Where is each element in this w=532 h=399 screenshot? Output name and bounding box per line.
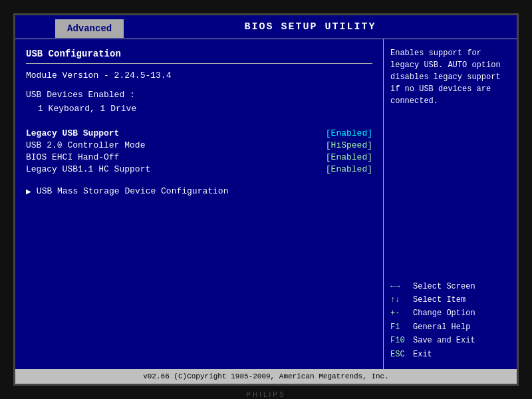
keybindings: ←→ Select Screen ↑↓ Select Item +- Chang… <box>390 280 510 361</box>
bios-screen: Advanced BIOS SETUP UTILITY USB Configur… <box>13 13 519 386</box>
bios-title: BIOS SETUP UTILITY <box>124 21 517 33</box>
config-value-0: [Enabled] <box>326 128 372 138</box>
right-panel: Enables support for legacy USB. AUTO opt… <box>384 39 517 369</box>
config-value-2: [Enabled] <box>326 152 372 162</box>
config-row-0[interactable]: Legacy USB Support [Enabled] <box>26 128 372 138</box>
usb-devices: USB Devices Enabled : 1 Keyboard, 1 Driv… <box>26 88 372 116</box>
key-desc-esc: Exit <box>413 348 432 361</box>
submenu-label: USB Mass Storage Device Configuration <box>37 186 229 196</box>
footer-text: v02.66 (C)Copyright 1985-2009, American … <box>143 372 389 380</box>
config-value-3: [Enabled] <box>326 164 372 174</box>
usb-devices-label: USB Devices Enabled : <box>26 90 135 100</box>
config-row-3[interactable]: Legacy USB1.1 HC Support [Enabled] <box>26 164 372 174</box>
monitor-brand: PHILIPS <box>246 391 285 398</box>
advanced-tab[interactable]: Advanced <box>55 19 124 38</box>
config-row-2[interactable]: BIOS EHCI Hand-Off [Enabled] <box>26 152 372 162</box>
keybinding-select-item: ↑↓ Select Item <box>390 293 510 307</box>
config-row-1[interactable]: USB 2.0 Controller Mode [HiSpeed] <box>26 140 372 150</box>
key-arrows-lr: ←→ <box>390 280 409 293</box>
key-esc: ESC <box>390 348 409 361</box>
divider <box>26 63 372 64</box>
usb-devices-value: 1 Keyboard, 1 Drive <box>26 104 136 114</box>
module-version: Module Version - 2.24.5-13.4 <box>26 70 372 80</box>
help-text: Enables support for legacy USB. AUTO opt… <box>390 47 510 267</box>
keybinding-f1: F1 General Help <box>390 321 510 334</box>
section-title: USB Configuration <box>26 49 372 59</box>
submenu-usb-mass-storage[interactable]: ▶ USB Mass Storage Device Configuration <box>26 186 372 197</box>
keybinding-esc: ESC Exit <box>390 348 510 361</box>
left-panel: USB Configuration Module Version - 2.24.… <box>15 39 384 369</box>
key-f10: F10 <box>390 334 409 347</box>
key-f1: F1 <box>390 321 409 334</box>
config-table: Legacy USB Support [Enabled] USB 2.0 Con… <box>26 128 372 174</box>
keybinding-change-option: +- Change Option <box>390 307 510 320</box>
header-bar: Advanced BIOS SETUP UTILITY <box>15 15 517 39</box>
keybinding-select-screen: ←→ Select Screen <box>390 280 510 293</box>
config-label-2: BIOS EHCI Hand-Off <box>26 152 119 162</box>
content-area: USB Configuration Module Version - 2.24.… <box>15 39 517 369</box>
key-desc-select-screen: Select Screen <box>413 280 475 293</box>
key-desc-select-item: Select Item <box>413 293 466 307</box>
config-value-1: [HiSpeed] <box>326 140 372 150</box>
keybinding-f10: F10 Save and Exit <box>390 334 510 347</box>
footer: v02.66 (C)Copyright 1985-2009, American … <box>15 369 517 384</box>
key-plus-minus: +- <box>390 307 409 320</box>
config-label-3: Legacy USB1.1 HC Support <box>26 164 150 174</box>
config-label-0: Legacy USB Support <box>26 128 119 138</box>
key-desc-f10: Save and Exit <box>413 334 475 347</box>
key-desc-change-option: Change Option <box>413 307 475 320</box>
arrow-icon: ▶ <box>26 186 31 197</box>
key-desc-f1: General Help <box>413 321 470 334</box>
key-arrows-ud: ↑↓ <box>390 293 409 307</box>
config-label-1: USB 2.0 Controller Mode <box>26 140 145 150</box>
